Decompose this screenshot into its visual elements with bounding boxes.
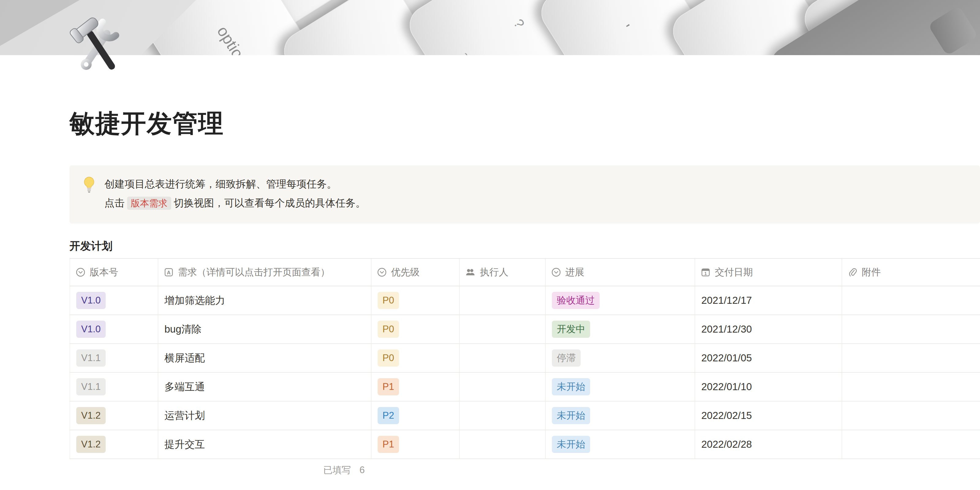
hammer-and-wrench-icon [68, 14, 129, 75]
cell-priority[interactable]: P1 [371, 430, 460, 458]
page-content: 敏捷开发管理 创建项目总表进行统筹，细致拆解、管理每项任务。 点击版本需求切换视… [70, 55, 980, 481]
attachment-icon [848, 267, 858, 277]
column-label: 优先级 [391, 266, 420, 279]
progress-tag[interactable]: 未开始 [552, 407, 590, 424]
column-label: 交付日期 [715, 266, 753, 279]
cell-version[interactable]: V1.1 [70, 344, 158, 372]
version-tag[interactable]: V1.1 [76, 350, 106, 367]
cell-executor[interactable] [460, 430, 546, 458]
cell-date[interactable]: 2022/01/10 [695, 373, 842, 401]
version-tag[interactable]: V1.0 [76, 292, 106, 309]
column-header-progress[interactable]: 进展 [546, 259, 695, 286]
filled-count[interactable]: 已填写 6 [158, 459, 371, 481]
date-icon: 1 [701, 267, 711, 277]
cell-progress[interactable]: 停滞 [546, 344, 695, 372]
light-bulb-icon [82, 177, 97, 194]
column-header-attachment[interactable]: 附件 [842, 259, 980, 286]
cell-attachment[interactable] [842, 344, 980, 372]
progress-tag[interactable]: 开发中 [552, 321, 590, 338]
page-icon[interactable] [68, 14, 129, 75]
page-cover-image[interactable]: alt option | ? ~ ' [0, 0, 980, 55]
key-label: ~ [426, 0, 508, 55]
select-icon [551, 267, 561, 277]
column-label: 版本号 [90, 266, 118, 279]
priority-tag[interactable]: P2 [378, 407, 399, 424]
cell-progress[interactable]: 验收通过 [546, 286, 695, 315]
column-label: 附件 [862, 266, 881, 279]
cell-date[interactable]: 2022/02/28 [695, 430, 842, 458]
cell-date[interactable]: 2022/02/15 [695, 401, 842, 430]
cell-attachment[interactable] [842, 430, 980, 458]
table-header-row: 版本号 A 需求（详情可以点击打开页面查看） 优先级 执行人 进展 [70, 258, 980, 286]
cell-version[interactable]: V1.0 [70, 286, 158, 315]
cell-requirement[interactable]: 运营计划 [158, 401, 371, 430]
callout-line-2: 点击版本需求切换视图，可以查看每个成员的具体任务。 [105, 194, 366, 213]
cell-requirement[interactable]: 增加筛选能力 [158, 286, 371, 315]
notion-page: alt option | ? ~ ' [0, 0, 980, 490]
text-icon: A [164, 267, 173, 277]
cell-progress[interactable]: 开发中 [546, 315, 695, 343]
callout-line-1: 创建项目总表进行统筹，细致拆解、管理每项任务。 [105, 175, 366, 194]
database-title[interactable]: 开发计划 [70, 239, 980, 253]
column-header-executor[interactable]: 执行人 [460, 259, 546, 286]
view-switch-link[interactable]: 版本需求 [127, 197, 171, 210]
table-row: V1.2 提升交互 P1 未开始 2022/02/28 [70, 430, 980, 459]
cell-date[interactable]: 2022/01/05 [695, 344, 842, 372]
table-footer: 已填写 6 [70, 459, 980, 481]
progress-tag[interactable]: 停滞 [552, 350, 581, 367]
progress-tag[interactable]: 未开始 [552, 436, 590, 453]
column-header-date[interactable]: 1 交付日期 [695, 259, 842, 286]
priority-tag[interactable]: P0 [378, 321, 399, 338]
progress-tag[interactable]: 验收通过 [552, 292, 600, 309]
svg-text:A: A [167, 270, 170, 275]
cell-version[interactable]: V1.2 [70, 430, 158, 458]
cell-priority[interactable]: P1 [371, 373, 460, 401]
cell-executor[interactable] [460, 315, 546, 343]
cell-progress[interactable]: 未开始 [546, 430, 695, 458]
page-title[interactable]: 敏捷开发管理 [70, 107, 980, 140]
cell-attachment[interactable] [842, 315, 980, 343]
priority-tag[interactable]: P1 [378, 378, 399, 395]
cell-progress[interactable]: 未开始 [546, 401, 695, 430]
column-label: 进展 [565, 266, 584, 279]
cell-version[interactable]: V1.0 [70, 315, 158, 343]
cell-attachment[interactable] [842, 401, 980, 430]
cell-requirement[interactable]: 提升交互 [158, 430, 371, 458]
cell-requirement[interactable]: 多端互通 [158, 373, 371, 401]
cell-executor[interactable] [460, 401, 546, 430]
callout-text: 创建项目总表进行统筹，细致拆解、管理每项任务。 点击版本需求切换视图，可以查看每… [105, 175, 366, 213]
column-header-version[interactable]: 版本号 [70, 259, 158, 286]
version-tag[interactable]: V1.0 [76, 321, 106, 338]
priority-tag[interactable]: P0 [378, 350, 399, 367]
table-row: V1.0 增加筛选能力 P0 验收通过 2021/12/17 [70, 286, 980, 315]
cell-executor[interactable] [460, 373, 546, 401]
version-tag[interactable]: V1.2 [76, 407, 106, 424]
cell-priority[interactable]: P0 [371, 286, 460, 315]
cell-executor[interactable] [460, 344, 546, 372]
column-label: 需求（详情可以点击打开页面查看） [178, 266, 330, 279]
cell-requirement[interactable]: bug清除 [158, 315, 371, 343]
cell-requirement[interactable]: 横屏适配 [158, 344, 371, 372]
column-label: 执行人 [480, 266, 508, 279]
cell-version[interactable]: V1.2 [70, 401, 158, 430]
version-tag[interactable]: V1.1 [76, 378, 106, 395]
priority-tag[interactable]: P1 [378, 436, 399, 453]
column-header-priority[interactable]: 优先级 [371, 259, 460, 286]
database-table: 版本号 A 需求（详情可以点击打开页面查看） 优先级 执行人 进展 [70, 258, 980, 481]
cell-priority[interactable]: P0 [371, 344, 460, 372]
progress-tag[interactable]: 未开始 [552, 378, 590, 395]
cell-attachment[interactable] [842, 286, 980, 315]
cell-priority[interactable]: P0 [371, 315, 460, 343]
cell-attachment[interactable] [842, 373, 980, 401]
priority-tag[interactable]: P0 [378, 292, 399, 309]
version-tag[interactable]: V1.2 [76, 436, 106, 453]
cell-priority[interactable]: P2 [371, 401, 460, 430]
column-header-requirement[interactable]: A 需求（详情可以点击打开页面查看） [158, 259, 371, 286]
cell-progress[interactable]: 未开始 [546, 373, 695, 401]
table-row: V1.1 横屏适配 P0 停滞 2022/01/05 [70, 344, 980, 373]
cell-executor[interactable] [460, 286, 546, 315]
cell-date[interactable]: 2021/12/17 [695, 286, 842, 315]
cell-date[interactable]: 2021/12/30 [695, 315, 842, 343]
select-icon [377, 267, 387, 277]
cell-version[interactable]: V1.1 [70, 373, 158, 401]
